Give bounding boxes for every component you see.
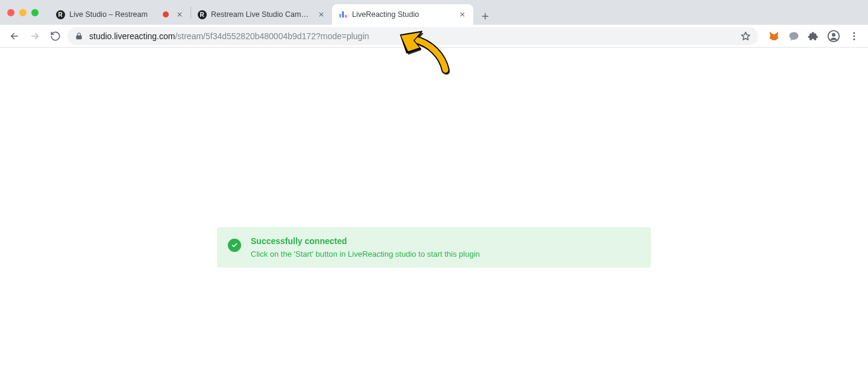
- lock-icon: [75, 32, 83, 40]
- tab-restream-camera[interactable]: R Restream Live Studio Camera F: [191, 4, 332, 25]
- tab-title: LiveReacting Studio: [352, 10, 453, 19]
- tab-title: Restream Live Studio Camera F: [211, 10, 312, 19]
- window-zoom-button[interactable]: [31, 9, 39, 16]
- tab-live-studio-restream[interactable]: R Live Studio – Restream: [49, 4, 190, 25]
- checkmark-icon: [228, 239, 241, 252]
- svg-point-7: [854, 38, 855, 40]
- svg-point-5: [854, 32, 855, 34]
- restream-favicon: R: [55, 10, 65, 19]
- tab-close-button[interactable]: [175, 10, 184, 19]
- extensions-button-icon[interactable]: [808, 31, 819, 42]
- svg-rect-0: [339, 14, 341, 18]
- profile-avatar-icon[interactable]: [827, 30, 840, 43]
- url-host: studio.livereacting.com: [89, 31, 175, 41]
- window-minimize-button[interactable]: [19, 9, 27, 16]
- livereacting-favicon: [338, 10, 348, 19]
- svg-point-6: [854, 35, 855, 37]
- extension-icons: [768, 30, 860, 43]
- restream-favicon: R: [197, 10, 207, 19]
- url-display: studio.livereacting.com/stream/5f34d5528…: [89, 31, 734, 41]
- reload-button[interactable]: [47, 28, 64, 45]
- recording-indicator-icon: [161, 10, 171, 19]
- kebab-menu-icon[interactable]: [849, 31, 860, 42]
- svg-rect-1: [342, 11, 344, 18]
- alert-text: Successfully connected Click on the 'Sta…: [251, 236, 480, 259]
- svg-rect-2: [345, 15, 347, 18]
- tab-title: Live Studio – Restream: [69, 10, 157, 19]
- page-viewport: Successfully connected Click on the 'Sta…: [0, 48, 868, 367]
- address-bar[interactable]: studio.livereacting.com/stream/5f34d5528…: [68, 27, 758, 45]
- tab-close-button[interactable]: [316, 10, 326, 19]
- browser-toolbar: studio.livereacting.com/stream/5f34d5528…: [0, 25, 868, 48]
- new-tab-button[interactable]: [477, 8, 494, 25]
- tabs: R Live Studio – Restream R Restream Live…: [49, 0, 494, 25]
- metamask-extension-icon[interactable]: [768, 30, 780, 42]
- back-button[interactable]: [6, 28, 23, 45]
- alert-title: Successfully connected: [251, 236, 480, 246]
- bookmark-star-icon[interactable]: [740, 31, 751, 42]
- tab-livereacting-studio[interactable]: LiveReacting Studio: [332, 4, 473, 25]
- browser-tabstrip: R Live Studio – Restream R Restream Live…: [0, 0, 868, 25]
- window-close-button[interactable]: [7, 9, 14, 16]
- url-path: /stream/5f34d552820b480004b9d172?mode=pl…: [175, 31, 369, 41]
- success-alert: Successfully connected Click on the 'Sta…: [217, 227, 651, 268]
- tab-close-button[interactable]: [458, 10, 467, 19]
- svg-point-4: [832, 33, 835, 36]
- alert-body: Click on the 'Start' button in LiveReact…: [251, 249, 480, 259]
- chat-extension-icon[interactable]: [788, 31, 799, 42]
- forward-button[interactable]: [27, 28, 43, 45]
- macos-traffic-lights: [7, 9, 39, 16]
